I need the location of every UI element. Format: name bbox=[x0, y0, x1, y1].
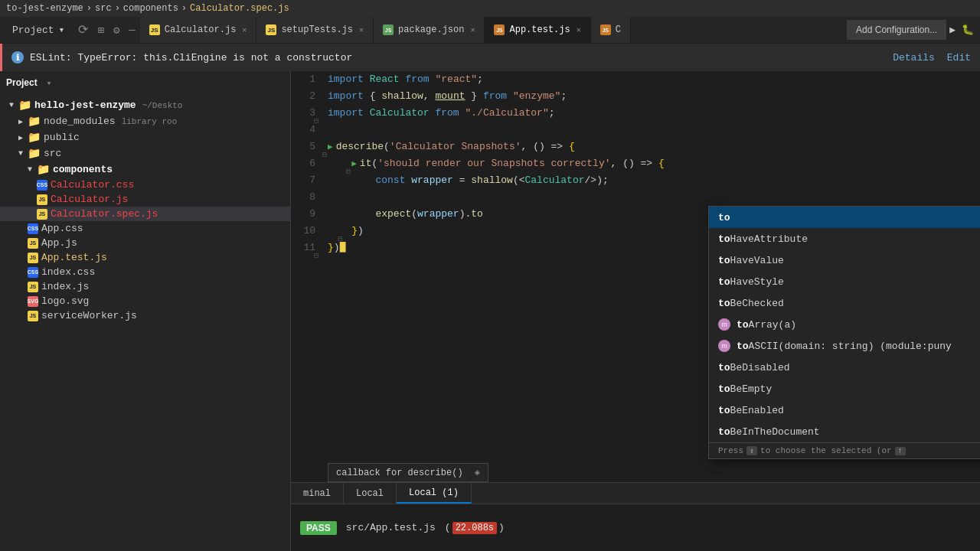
sidebar-item-src[interactable]: ▼ 📁 src bbox=[0, 145, 290, 161]
tab-extra[interactable]: JS C bbox=[591, 17, 631, 43]
sidebar-dropdown[interactable]: ▾ bbox=[47, 78, 52, 88]
key-badge: ⇧ bbox=[746, 446, 757, 455]
tab-bar: Project ▾ ⟳ ⊞ ⚙ — JS Calculator.js ✕ JS … bbox=[0, 17, 980, 44]
js-file-icon: JS bbox=[28, 238, 38, 249]
error-banner: ℹ ESLint: TypeError: this.CliEngine is n… bbox=[0, 44, 980, 71]
folder-icon: 📁 bbox=[18, 99, 31, 112]
close-icon[interactable]: ✕ bbox=[242, 25, 247, 34]
sidebar-item-calculator-js[interactable]: JS Calculator.js bbox=[0, 192, 290, 207]
sidebar-item-components[interactable]: ▼ 📁 components bbox=[0, 161, 290, 178]
tab-calculator-js[interactable]: JS Calculator.js ✕ bbox=[140, 17, 257, 43]
sync-icon[interactable]: ⟳ bbox=[74, 22, 93, 37]
bottom-tabs: minal Local Local (1) bbox=[291, 483, 980, 504]
breadcrumb-item: to-jest-enzyme bbox=[6, 3, 83, 14]
breadcrumb-sep: › bbox=[181, 3, 187, 14]
js-file-icon: JS bbox=[28, 311, 38, 321]
test-time: (22.088s) bbox=[445, 522, 505, 534]
code-editor[interactable]: 1 2 3 4 5 6 7 8 9 10 11 import React fro… bbox=[291, 71, 980, 482]
ac-item-tohavestyle[interactable]: toHaveStyle bbox=[709, 271, 980, 292]
close-icon[interactable]: ✕ bbox=[577, 25, 581, 34]
sidebar-item-public[interactable]: ▶ 📁 public bbox=[0, 129, 290, 145]
sidebar-item-index-css[interactable]: CSS index.css bbox=[0, 265, 290, 279]
bottom-content: PASS src/App.test.js (22.088s) bbox=[291, 504, 980, 551]
ac-item-label: toBeEmpty bbox=[718, 383, 772, 395]
tab-label: package.json bbox=[398, 24, 464, 35]
tab-local[interactable]: Local bbox=[344, 483, 397, 504]
folder-icon: 📁 bbox=[28, 115, 41, 128]
sidebar-item-root[interactable]: ▼ 📁 hello-jest-enzyme ~/Deskto bbox=[0, 97, 290, 113]
breadcrumb-active-item: Calculator.spec.js bbox=[190, 3, 289, 14]
run-icon[interactable]: ▶ bbox=[949, 24, 956, 36]
ac-item-tohaveattribute[interactable]: toHaveAttribute bbox=[709, 228, 980, 249]
callback-tooltip-text: callback for describe() bbox=[336, 468, 463, 478]
sidebar-item-label: public bbox=[44, 132, 80, 143]
test-file-icon: JS bbox=[494, 24, 505, 35]
breadcrumb-item: src bbox=[95, 3, 112, 14]
edit-link[interactable]: Edit bbox=[947, 52, 971, 64]
json-file-icon: JS bbox=[383, 24, 394, 35]
sidebar-item-desc: library roo bbox=[122, 117, 178, 126]
details-link[interactable]: Details bbox=[893, 52, 935, 64]
ac-item-tobechecked[interactable]: toBeChecked bbox=[709, 292, 980, 314]
tab-terminal[interactable]: minal bbox=[291, 483, 344, 504]
sidebar-item-label: Calculator.css bbox=[51, 179, 134, 191]
dash-icon[interactable]: — bbox=[124, 24, 139, 36]
callback-tooltip-extra: ◈ bbox=[475, 468, 480, 478]
error-message: ESLint: TypeError: this.CliEngine is not… bbox=[30, 52, 887, 64]
ac-item-tobedisabled[interactable]: toBeDisabled bbox=[709, 357, 980, 378]
ac-item-tobeempty[interactable]: toBeEmpty bbox=[709, 378, 980, 399]
key-badge: ↑ bbox=[895, 447, 906, 455]
sidebar-item-service-worker[interactable]: JS serviceWorker.js bbox=[0, 308, 290, 323]
code-line-1: import React from "react"; bbox=[328, 71, 980, 88]
debug-icon[interactable]: 🐛 bbox=[962, 24, 974, 36]
module-icon: m bbox=[718, 318, 730, 331]
ac-footer-text: Press bbox=[718, 446, 743, 455]
css-file-icon: CSS bbox=[37, 180, 47, 191]
editor-area: 1 2 3 4 5 6 7 8 9 10 11 import React fro… bbox=[291, 71, 980, 551]
time-badge: 22.088s bbox=[452, 522, 497, 534]
tab-setup-tests[interactable]: JS setupTests.js ✕ bbox=[256, 17, 374, 43]
sidebar-item-label: App.test.js bbox=[41, 252, 107, 263]
module-icon: m bbox=[718, 340, 730, 352]
tab-local-1[interactable]: Local (1) bbox=[397, 483, 472, 504]
sidebar-item-label: hello-jest-enzyme bbox=[34, 99, 136, 111]
ac-item-tobeinthedocument[interactable]: toBeInTheDocument bbox=[709, 421, 980, 442]
settings-icon[interactable]: ⚙ bbox=[109, 24, 124, 37]
js-file-icon: JS bbox=[28, 282, 38, 292]
ac-item-label: toBeInTheDocument bbox=[718, 426, 820, 438]
tab-label: Local (1) bbox=[409, 487, 459, 498]
ac-item-toarray[interactable]: m toArray(a) bbox=[709, 314, 980, 335]
breadcrumb-sep: › bbox=[87, 3, 92, 14]
add-configuration-button[interactable]: Add Configuration... bbox=[847, 20, 946, 40]
bottom-panel: minal Local Local (1) PASS src/App.test.… bbox=[291, 482, 980, 551]
project-tab[interactable]: Project ▾ bbox=[3, 17, 74, 43]
sidebar-item-calculator-css[interactable]: CSS Calculator.css bbox=[0, 178, 290, 192]
tab-package-json[interactable]: JS package.json ✕ bbox=[374, 17, 485, 43]
tab-app-test[interactable]: JS App.test.js ✕ bbox=[485, 17, 590, 43]
sidebar-item-app-js[interactable]: JS App.js bbox=[0, 236, 290, 250]
ac-item-tohavevalue[interactable]: toHaveValue bbox=[709, 249, 980, 271]
ac-item-label: toBeDisabled bbox=[718, 362, 790, 373]
ac-item-label: toHaveStyle bbox=[718, 276, 784, 288]
sidebar-item-app-css[interactable]: CSS App.css bbox=[0, 221, 290, 236]
js-file-icon: JS bbox=[37, 194, 47, 205]
folder-icon: 📁 bbox=[37, 163, 50, 176]
ac-item-tobeenabled[interactable]: toBeEnabled bbox=[709, 399, 980, 421]
css-file-icon: CSS bbox=[28, 223, 38, 234]
sidebar-item-index-js[interactable]: JS index.js bbox=[0, 279, 290, 294]
sidebar-item-logo-svg[interactable]: SVG logo.svg bbox=[0, 294, 290, 308]
close-icon[interactable]: ✕ bbox=[470, 25, 475, 34]
folder-icon: 📁 bbox=[28, 147, 41, 160]
sidebar-item-label: src bbox=[44, 148, 61, 159]
split-icon[interactable]: ⊞ bbox=[93, 24, 108, 37]
tab-label: Local bbox=[356, 488, 384, 499]
ac-item-toascii[interactable]: m toASCII(domain: string) (module:puny bbox=[709, 335, 980, 357]
sidebar-toolbar: Project ▾ bbox=[0, 71, 290, 94]
sidebar-item-calculator-spec[interactable]: JS Calculator.spec.js bbox=[0, 207, 290, 221]
close-icon[interactable]: ✕ bbox=[359, 25, 364, 34]
sidebar-item-app-test[interactable]: JS App.test.js bbox=[0, 250, 290, 265]
autocomplete-dropdown[interactable]: to toHaveAttribute toHaveValue toHaveSty… bbox=[708, 206, 980, 459]
ac-item-to[interactable]: to bbox=[709, 207, 980, 228]
ac-footer: Press ⇧ to choose the selected (or ↑ bbox=[709, 442, 980, 458]
sidebar-item-node-modules[interactable]: ▶ 📁 node_modules library roo bbox=[0, 113, 290, 129]
